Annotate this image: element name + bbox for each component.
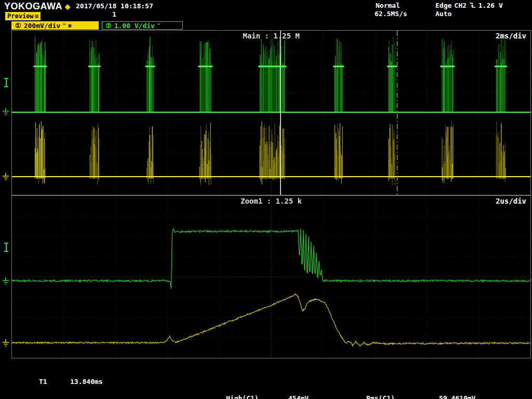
- zoom-waveform-panel: Zoom1 : 1.25 k 2us/div: [11, 195, 531, 358]
- stat-value: 454mV: [288, 394, 309, 399]
- channel-2-number: ②: [105, 22, 112, 30]
- channel-1-badge[interactable]: ① 200mV/div ™ ▦: [11, 21, 99, 30]
- zoom-ch2-ground-marker: [2, 277, 10, 285]
- main-waveform-canvas: [12, 31, 530, 195]
- ch1-ground-marker: [2, 172, 10, 181]
- trigger-info: Edge CH2 1.26 V: [435, 2, 503, 9]
- brand-logo: YOKOGAWA ◆: [4, 1, 71, 12]
- brand-diamond-icon: ◆: [65, 3, 71, 10]
- cursor-row-t1: T113.840ms: [39, 378, 103, 386]
- ch2-ground-marker: [2, 108, 10, 116]
- channel-2-badge[interactable]: ② 1.00 V/div ™: [102, 21, 183, 30]
- brand-text: YOKOGAWA: [4, 1, 62, 12]
- impedance-icon: ™: [63, 23, 65, 28]
- main-record-label: Main : 1.25 M: [243, 32, 300, 40]
- main-timebase: 2ms/div: [496, 32, 526, 40]
- cursor-readouts: T113.840ms T213.828ms V1-0.01 V V20.00 V: [39, 362, 103, 399]
- trigger-type: Edge: [435, 2, 451, 9]
- stat-row: Rms(C1)59.4610mV: [366, 394, 475, 399]
- acquisition-count: 1: [112, 10, 116, 18]
- channel-1-number: ①: [15, 22, 21, 30]
- impedance-icon: ™: [157, 23, 160, 28]
- main-waveform-panel: Main : 1.25 M 2ms/div: [11, 30, 531, 195]
- zoom-record-label: Zoom1 : 1.25 k: [241, 197, 302, 205]
- zoom-timebase: 2us/div: [496, 197, 526, 205]
- zoom-waveform-canvas: [12, 196, 530, 358]
- zoom-ch2-trigger-level-marker: [3, 243, 9, 252]
- trigger-source: CH2: [454, 2, 466, 9]
- stat-row: High(C1)454mV: [226, 394, 313, 399]
- falling-edge-icon: [469, 2, 476, 9]
- stat-value: 59.4610mV: [439, 394, 475, 399]
- preview-icon: ▥: [35, 14, 38, 19]
- filter-icon: ▦: [69, 23, 71, 28]
- channel-2-scale: 1.00 V/div: [114, 22, 155, 30]
- ch2-trigger-level-marker: [3, 78, 9, 87]
- channel-1-scale: 200mV/div: [24, 22, 60, 30]
- preview-label: Preview: [7, 12, 34, 20]
- datetime: 2017/05/18 10:18:57: [76, 2, 153, 10]
- zoom-ch1-ground-marker: [2, 339, 10, 347]
- header-bar: YOKOGAWA ◆ Preview ▥ 2017/05/18 10:18:57…: [0, 0, 532, 21]
- stats-column-1: High(C1)454mV Max(C2)3.76 V: [226, 379, 313, 399]
- stat-label: High(C1): [226, 394, 288, 399]
- preview-button[interactable]: Preview ▥: [5, 12, 41, 20]
- stats-column-2: Rms(C1)59.4610mV High(C2)2.27 V: [366, 379, 475, 399]
- cursor-value: 13.840ms: [70, 378, 103, 385]
- cursor-label: T1: [39, 378, 70, 385]
- stat-label: Rms(C1): [366, 394, 439, 399]
- trigger-level: 1.26 V: [478, 2, 503, 9]
- acquisition-mode: Normal: [376, 2, 400, 9]
- trigger-mode: Auto: [435, 10, 451, 18]
- sample-rate: 62.5MS/s: [375, 10, 407, 18]
